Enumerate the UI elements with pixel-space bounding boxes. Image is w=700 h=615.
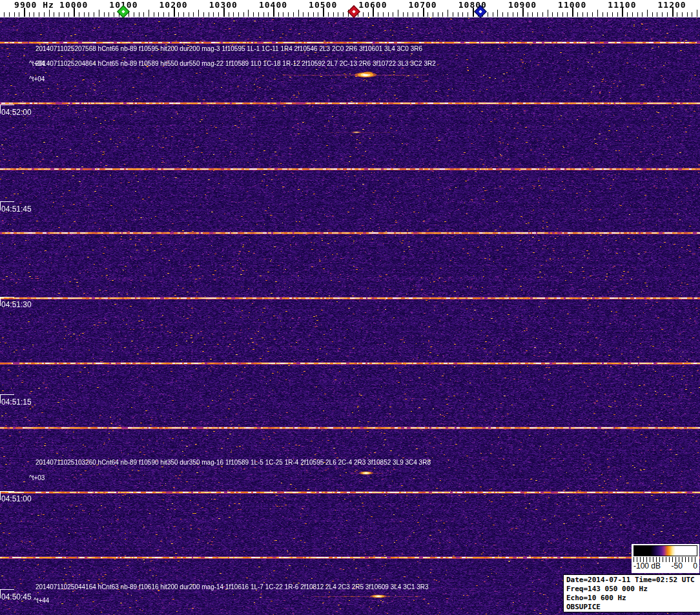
marker-center-dot: [121, 10, 125, 14]
time-label: 04:51:45: [1, 205, 32, 214]
time-label: 04:52:00: [1, 108, 32, 117]
freq-tick-label: 11100: [608, 0, 636, 10]
status-observer: OBSUPICE: [566, 603, 700, 612]
status-info-box: Date=2014-07-11 Time=02:52 UTC Freq=143 …: [563, 574, 700, 612]
marker-center-dot: [352, 10, 356, 14]
echo-time-offset-marker: ^t+04: [29, 76, 45, 83]
status-date-time: Date=2014-07-11 Time=02:52 UTC: [566, 576, 700, 585]
freq-tick-label: 9900 Hz: [14, 0, 54, 10]
echo-detection-record: 20140711025044164 hCnt63 nb-89 f10616 hi…: [36, 583, 429, 590]
freq-tick-label: 10700: [409, 0, 437, 10]
time-label: 04:50:45: [1, 592, 32, 601]
freq-tick-label: 10900: [508, 0, 537, 10]
db-gradient-bar: [633, 545, 697, 556]
freq-tick-label: 11200: [658, 0, 686, 10]
freq-tick-label: 10500: [309, 0, 337, 10]
echo-detection-record: 20140711025103260 hCnt64 nb-89 f10590 hi…: [36, 459, 431, 466]
marker-center-dot: [479, 10, 482, 14]
freq-tick-label: 10000: [59, 0, 88, 10]
status-frequency: Freq=143 050 000 Hz: [566, 585, 700, 594]
db-mid-label: -50: [672, 561, 683, 570]
meteor-echo-spectrogram-app: 9900 Hz100001010010200103001040010500106…: [0, 0, 700, 615]
status-echo: Echo=10 600 Hz: [566, 594, 700, 603]
db-scale-labels: -100 dB -50 0: [632, 561, 699, 570]
db-color-legend: -100 dB -50 0: [632, 544, 699, 573]
db-min-label: -100 dB: [633, 561, 661, 570]
db-max-label: 0: [693, 561, 697, 570]
echo-time-offset-marker: ^t+03: [29, 474, 45, 481]
freq-tick-label: 10200: [160, 0, 188, 10]
time-label: 04:51:00: [1, 494, 32, 503]
echo-time-offset-marker: ^t+44: [34, 597, 49, 604]
time-label: 04:51:30: [1, 300, 32, 309]
freq-tick-label: 10400: [259, 0, 287, 10]
echo-detection-record: 20140711025204864 hCnt65 nb-89 f10589 hi…: [36, 60, 436, 67]
freq-tick-label: 10600: [358, 0, 387, 10]
time-label: 04:51:15: [1, 398, 32, 407]
freq-tick-label: 10300: [209, 0, 238, 10]
echo-detection-record: 20140711025207568 hCnt66 nb-89 f10595 hi…: [36, 45, 422, 52]
spectrogram-canvas: [0, 0, 700, 615]
freq-tick-label: 11000: [558, 0, 586, 10]
